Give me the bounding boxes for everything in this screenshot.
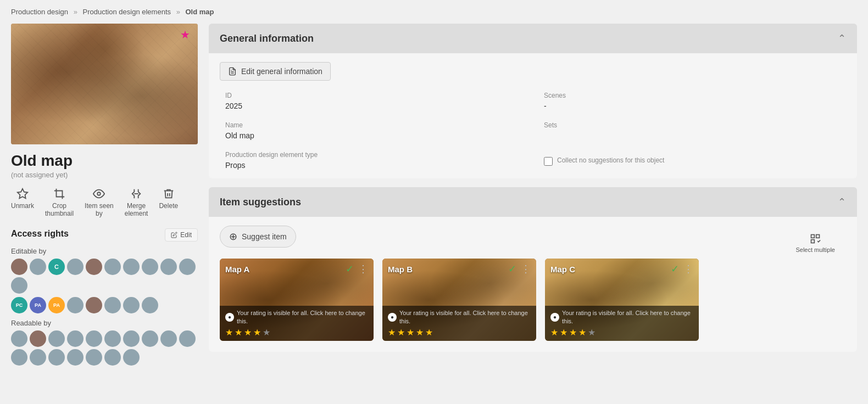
avatar: [104, 330, 121, 347]
chevron-up-icon-2: ⌃: [838, 196, 846, 208]
star-5: ★: [263, 327, 270, 338]
avatar: [11, 349, 27, 366]
general-information-title: General information: [220, 33, 314, 44]
avatar: [86, 297, 102, 313]
suggest-item-button[interactable]: ⊕ Suggest item: [220, 226, 296, 248]
map-a-footer: ● Your rating is visible for all. Click …: [220, 306, 374, 341]
unmark-button[interactable]: Unmark: [11, 188, 34, 217]
breadcrumb: Production design » Production design el…: [0, 0, 868, 24]
eye-icon: [93, 188, 105, 200]
crop-button[interactable]: Cropthumbnail: [45, 188, 74, 217]
map-c-tooltip: ● Your rating is visible for all. Click …: [550, 309, 693, 325]
edit-general-label: Edit general information: [241, 67, 322, 76]
svg-point-1: [98, 192, 101, 195]
access-edit-button[interactable]: Edit: [165, 228, 198, 242]
map-b-stars[interactable]: ★ ★ ★ ★ ★: [388, 327, 531, 338]
avatar: [48, 349, 65, 366]
suggestion-card-map-a: Map A ✓ ⋮ ● Your rating is visible for a…: [220, 259, 374, 341]
select-multiple-label: Select multiple: [795, 246, 835, 253]
edit-doc-icon: [228, 67, 237, 76]
suggestion-card-map-c: Map C ✓ ⋮ ● Your rating is visible for a…: [545, 259, 699, 341]
thumbnail-container: ★: [11, 24, 198, 144]
item-title: Old map: [11, 152, 198, 170]
info-icon-c: ●: [550, 313, 559, 322]
item-subtitle: (not assigned yet): [11, 171, 198, 179]
merge-label: Mergeelement: [125, 202, 148, 217]
merge-icon: [130, 188, 142, 200]
bookmark-icon: ★: [180, 28, 193, 41]
avatar: [11, 277, 27, 294]
map-a-image: Map A ✓ ⋮ ● Your rating is visible for a…: [220, 259, 374, 341]
item-seen-button[interactable]: Item seenby: [85, 188, 114, 217]
map-a-actions: ✓ ⋮: [346, 263, 368, 275]
field-id: ID 2025: [225, 92, 522, 110]
crop-icon: [53, 188, 65, 200]
readable-avatars: [11, 330, 198, 366]
star-2: ★: [397, 327, 405, 338]
star-3: ★: [244, 327, 252, 338]
avatar: [86, 259, 102, 275]
item-seen-label: Item seenby: [85, 202, 114, 217]
avatar: [67, 330, 84, 347]
avatar: [123, 349, 140, 366]
avatar: [160, 259, 177, 275]
avatar: [179, 259, 196, 275]
breadcrumb-production-design-elements[interactable]: Production design elements: [83, 8, 171, 16]
right-panel: General information ⌃ Edit general infor…: [209, 24, 857, 369]
avatar: [86, 330, 102, 347]
suggestion-card-map-b: Map B ✓ ⋮ ● Your rating is visible for a…: [382, 259, 536, 341]
map-a-top: Map A ✓ ⋮: [220, 259, 374, 279]
avatar: [30, 349, 46, 366]
item-suggestions-header[interactable]: Item suggestions ⌃: [209, 187, 857, 217]
map-b-tooltip: ● Your rating is visible for all. Click …: [388, 309, 531, 325]
map-b-image: Map B ✓ ⋮ ● Your rating is visible for a…: [382, 259, 536, 341]
field-id-value: 2025: [225, 102, 522, 110]
delete-button[interactable]: Delete: [159, 188, 178, 217]
map-a-name: Map A: [225, 265, 249, 274]
collect-suggestions-checkbox[interactable]: [544, 157, 553, 166]
map-c-check-icon[interactable]: ✓: [671, 263, 679, 275]
svg-marker-0: [18, 189, 27, 198]
avatar: PA: [30, 297, 46, 313]
access-edit-label: Edit: [180, 231, 192, 239]
avatar: PC: [11, 297, 27, 313]
suggest-item-label: Suggest item: [242, 232, 287, 241]
map-a-check-icon[interactable]: ✓: [346, 263, 354, 275]
star-3: ★: [569, 327, 577, 338]
select-multiple-button[interactable]: Select multiple: [795, 233, 835, 253]
map-c-stars[interactable]: ★ ★ ★ ★ ★: [550, 327, 693, 338]
general-information-header[interactable]: General information ⌃: [209, 24, 857, 53]
edit-icon: [171, 232, 177, 238]
trash-icon: [163, 188, 175, 200]
collect-suggestions-label: Collect no suggestions for this object: [557, 156, 664, 164]
edit-general-information-button[interactable]: Edit general information: [220, 62, 331, 81]
suggestions-toolbar: ⊕ Suggest item Select multiple: [220, 226, 846, 256]
map-b-check-icon[interactable]: ✓: [508, 263, 516, 275]
editable-by-label: Editable by: [11, 247, 198, 255]
avatar: [67, 297, 84, 313]
editable-avatars-row2: PC PA PA: [11, 297, 198, 313]
map-c-actions: ✓ ⋮: [671, 263, 693, 275]
map-a-stars[interactable]: ★ ★ ★ ★ ★: [225, 327, 368, 338]
map-c-more-icon[interactable]: ⋮: [683, 263, 693, 275]
field-scenes-value: -: [544, 102, 841, 110]
breadcrumb-production-design[interactable]: Production design: [11, 8, 68, 16]
editable-avatars: C: [11, 259, 198, 294]
field-name-label: Name: [225, 121, 522, 129]
merge-button[interactable]: Mergeelement: [125, 188, 148, 217]
map-b-more-icon[interactable]: ⋮: [521, 263, 531, 275]
svg-rect-7: [811, 240, 815, 243]
breadcrumb-sep-2: »: [176, 8, 180, 16]
star-4: ★: [253, 327, 261, 338]
avatar: [86, 349, 102, 366]
star-1: ★: [550, 327, 558, 338]
map-a-tooltip-text: Your rating is visible for all. Click he…: [237, 309, 368, 325]
field-type-value: Props: [225, 161, 522, 170]
unmark-label: Unmark: [11, 202, 34, 210]
avatar: [142, 297, 158, 313]
map-a-more-icon[interactable]: ⋮: [358, 263, 368, 275]
thumbnail-image: [11, 24, 198, 144]
avatar: [11, 330, 27, 347]
avatar: [104, 259, 121, 275]
access-rights-title: Access rights: [11, 229, 69, 239]
